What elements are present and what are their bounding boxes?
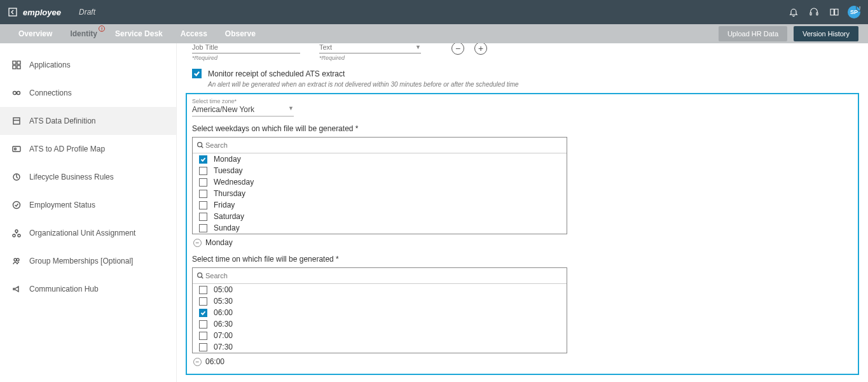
svg-rect-4 bbox=[17, 61, 20, 64]
tab-overview[interactable]: Overview bbox=[10, 24, 61, 43]
data-icon bbox=[11, 116, 22, 126]
svg-rect-6 bbox=[17, 66, 20, 69]
tab-observe[interactable]: Observe bbox=[216, 24, 265, 43]
sidebar-item-ats-definition[interactable]: ATS Data Definition bbox=[0, 107, 176, 135]
weekday-option-saturday[interactable]: Saturday bbox=[193, 211, 567, 222]
svg-point-19 bbox=[17, 258, 19, 261]
remove-chip-icon[interactable]: − bbox=[193, 358, 202, 366]
svg-rect-5 bbox=[13, 66, 16, 69]
sidebar-item-employment[interactable]: Employment Status bbox=[0, 191, 176, 219]
sidebar-item-comm-hub[interactable]: Communication Hub bbox=[0, 275, 176, 303]
sidebar-item-applications[interactable]: Applications bbox=[0, 51, 176, 79]
svg-point-15 bbox=[15, 230, 18, 232]
time-option-0700[interactable]: 07:00 bbox=[193, 330, 567, 341]
svg-point-12 bbox=[15, 148, 17, 150]
svg-rect-9 bbox=[13, 118, 20, 124]
link-icon bbox=[11, 88, 22, 98]
weekday-option-friday[interactable]: Friday bbox=[193, 199, 567, 211]
svg-point-20 bbox=[198, 143, 202, 147]
svg-line-21 bbox=[202, 146, 203, 148]
time-option-0500[interactable]: 05:00 bbox=[193, 284, 567, 295]
time-list: 05:00 05:30 06:00 06:30 07:00 07:30 bbox=[192, 267, 567, 353]
top-header: employee Draft SP ! bbox=[0, 0, 868, 24]
monitor-label: Monitor receipt of scheduled ATS extract bbox=[208, 69, 345, 78]
remove-chip-icon[interactable]: − bbox=[193, 239, 202, 247]
id-icon bbox=[11, 144, 22, 154]
book-icon[interactable] bbox=[827, 5, 841, 19]
svg-line-23 bbox=[202, 277, 203, 279]
sidebar-item-org-unit[interactable]: Organizational Unit Assignment bbox=[0, 219, 176, 247]
weekday-option-wednesday[interactable]: Wednesday bbox=[193, 176, 567, 188]
svg-point-7 bbox=[13, 92, 17, 95]
check-circle-icon bbox=[11, 200, 22, 210]
content-area: Job Title *Required Text▼ *Required − + … bbox=[177, 43, 868, 382]
svg-point-14 bbox=[13, 202, 20, 209]
status-badge: Draft bbox=[79, 8, 95, 17]
tab-bar: Overview Identity ! Service Desk Access … bbox=[0, 24, 868, 43]
weekday-option-thursday[interactable]: Thursday bbox=[193, 188, 567, 199]
svg-rect-3 bbox=[13, 61, 16, 64]
weekday-option-tuesday[interactable]: Tuesday bbox=[193, 165, 567, 176]
search-icon bbox=[196, 272, 204, 279]
weekday-option-sunday[interactable]: Sunday bbox=[193, 222, 567, 234]
time-search-input[interactable] bbox=[204, 271, 563, 281]
svg-rect-2 bbox=[816, 13, 818, 15]
selected-day-chip[interactable]: −Monday bbox=[193, 238, 853, 247]
apps-icon bbox=[11, 60, 22, 70]
svg-point-8 bbox=[17, 92, 20, 95]
page-title: employee bbox=[23, 8, 61, 17]
bell-icon[interactable] bbox=[787, 5, 801, 19]
sidebar-item-ats-map[interactable]: ATS to AD Profile Map bbox=[0, 135, 176, 163]
timezone-label: Select time zone* bbox=[192, 98, 853, 104]
cycle-icon bbox=[11, 172, 22, 182]
timezone-select[interactable]: America/New York ▼ bbox=[192, 104, 294, 117]
weekday-search-input[interactable] bbox=[204, 140, 563, 150]
schedule-panel: Select time zone* America/New York ▼ Sel… bbox=[186, 93, 859, 375]
avatar-badge-icon: ! bbox=[856, 4, 864, 11]
time-option-0600[interactable]: 06:00 bbox=[193, 307, 567, 318]
monitor-checkbox[interactable] bbox=[192, 69, 202, 78]
sidebar-item-lifecycle[interactable]: Lifecycle Business Rules bbox=[0, 163, 176, 191]
version-history-button[interactable]: Version History bbox=[794, 26, 858, 41]
back-icon[interactable] bbox=[8, 7, 18, 17]
weekday-search[interactable] bbox=[193, 138, 567, 153]
monitor-hint: An alert will be generated when an extra… bbox=[208, 81, 859, 88]
remove-button[interactable]: − bbox=[451, 43, 464, 55]
avatar[interactable]: SP ! bbox=[848, 6, 860, 18]
sidebar: Applications Connections ATS Data Defini… bbox=[0, 43, 177, 382]
time-search[interactable] bbox=[193, 268, 567, 284]
sidebar-item-connections[interactable]: Connections bbox=[0, 79, 176, 107]
weekday-option-monday[interactable]: Monday bbox=[193, 153, 567, 165]
time-option-0530[interactable]: 05:30 bbox=[193, 295, 567, 307]
type-select[interactable]: Text▼ *Required bbox=[319, 43, 427, 61]
tab-identity[interactable]: Identity ! bbox=[61, 24, 106, 43]
alert-icon: ! bbox=[99, 25, 105, 32]
chevron-down-icon: ▼ bbox=[415, 44, 421, 50]
megaphone-icon bbox=[11, 284, 22, 294]
search-icon bbox=[196, 141, 204, 149]
weekdays-list: Monday Tuesday Wednesday Thursday Friday… bbox=[192, 137, 567, 234]
weekdays-label: Select weekdays on which file will be ge… bbox=[192, 124, 853, 133]
time-label: Select time on which file will be genera… bbox=[192, 255, 853, 264]
job-title-field[interactable]: Job Title *Required bbox=[192, 43, 300, 61]
group-icon bbox=[11, 256, 22, 266]
headset-icon[interactable] bbox=[807, 5, 821, 19]
svg-rect-1 bbox=[810, 13, 811, 15]
selected-time-chip[interactable]: −06:00 bbox=[193, 357, 853, 366]
svg-rect-0 bbox=[9, 8, 17, 16]
org-icon bbox=[11, 228, 22, 238]
svg-point-22 bbox=[198, 273, 202, 278]
time-option-0730[interactable]: 07:30 bbox=[193, 341, 567, 353]
chevron-down-icon: ▼ bbox=[288, 105, 294, 114]
time-option-0630[interactable]: 06:30 bbox=[193, 318, 567, 330]
tab-service-desk[interactable]: Service Desk bbox=[106, 24, 172, 43]
upload-hr-data-button[interactable]: Upload HR Data bbox=[719, 26, 787, 41]
sidebar-item-groups[interactable]: Group Memberships [Optional] bbox=[0, 247, 176, 275]
tab-access[interactable]: Access bbox=[172, 24, 216, 43]
add-button[interactable]: + bbox=[474, 43, 487, 55]
